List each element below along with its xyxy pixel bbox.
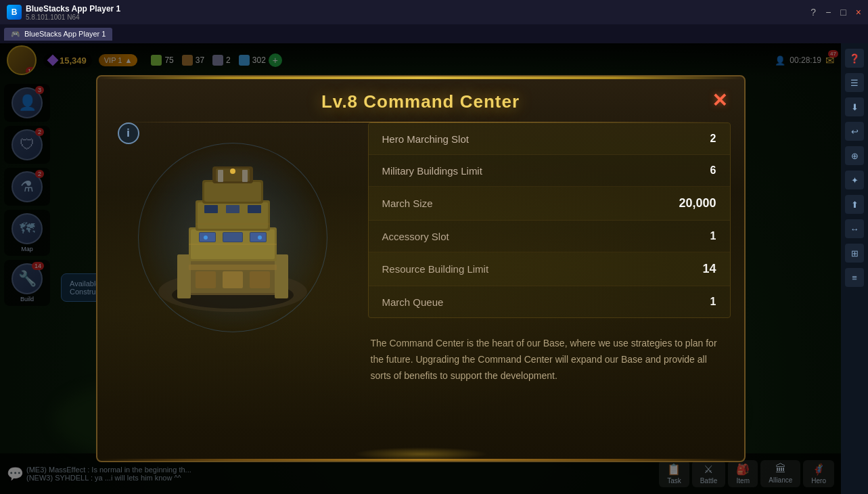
info-button[interactable]: i xyxy=(118,122,139,144)
game-area: 15,349 VIP 1 ▲ 75 37 2 302 + xyxy=(0,43,841,494)
svg-rect-18 xyxy=(223,233,242,242)
svg-rect-29 xyxy=(218,170,223,182)
sidebar-btn-9[interactable]: ⊞ xyxy=(845,244,864,263)
sidebar-btn-5[interactable]: ⊕ xyxy=(845,146,864,165)
svg-rect-30 xyxy=(242,170,248,182)
stat-label-military: Military Buildings Limit xyxy=(382,165,676,177)
stat-row-hero-marching: Hero Marching Slot 2 xyxy=(369,123,730,155)
stat-value-resource: 14 xyxy=(676,262,716,276)
minimize-button[interactable]: − xyxy=(825,7,831,18)
stat-label-resource: Resource Building Limit xyxy=(382,263,676,275)
stat-label-accessory: Accessory Slot xyxy=(382,231,676,242)
svg-rect-5 xyxy=(275,254,288,298)
stats-table: Hero Marching Slot 2 Military Buildings … xyxy=(368,122,731,318)
sidebar-btn-3[interactable]: ⬇ xyxy=(845,97,864,116)
active-tab[interactable]: 🎮 BlueStacks App Player 1 xyxy=(4,28,112,41)
building-svg xyxy=(145,150,321,325)
stat-row-accessory: Accessory Slot 1 xyxy=(369,221,730,252)
sidebar-btn-8[interactable]: ↔ xyxy=(845,219,864,238)
maximize-button[interactable]: □ xyxy=(840,7,846,18)
svg-rect-4 xyxy=(177,254,191,298)
sidebar-btn-10[interactable]: ≡ xyxy=(845,268,864,287)
tab-icon: 🎮 xyxy=(11,30,20,39)
modal-header: Lv.8 Command Center ✕ xyxy=(97,79,744,122)
stat-row-military: Military Buildings Limit 6 xyxy=(369,155,730,187)
help-button[interactable]: ? xyxy=(810,7,816,18)
svg-point-32 xyxy=(258,235,262,240)
svg-rect-27 xyxy=(223,271,243,288)
svg-rect-28 xyxy=(250,271,270,288)
stat-value-military: 6 xyxy=(676,164,716,177)
close-x-icon: ✕ xyxy=(712,91,727,110)
bluestacks-logo: B BlueStacks App Player 1 5.8.101.1001 N… xyxy=(7,4,120,21)
window-controls: ? − □ × xyxy=(810,7,861,18)
right-sidebar: ❓ ☰ ⬇ ↩ ⊕ ✦ ⬆ ↔ ⊞ ≡ xyxy=(841,43,868,494)
sidebar-btn-2[interactable]: ☰ xyxy=(845,73,864,92)
svg-rect-26 xyxy=(196,271,216,288)
stat-value-accessory: 1 xyxy=(676,230,716,242)
svg-rect-22 xyxy=(248,205,261,213)
svg-rect-20 xyxy=(204,205,218,213)
app-title: BlueStacks App Player 1 xyxy=(26,4,120,14)
bluestacks-titlebar: B BlueStacks App Player 1 5.8.101.1001 N… xyxy=(0,0,868,24)
stat-label-march-size: March Size xyxy=(382,198,676,209)
svg-point-33 xyxy=(230,169,235,174)
svg-rect-25 xyxy=(189,265,277,270)
svg-rect-11 xyxy=(204,182,261,202)
stat-value-march-queue: 1 xyxy=(676,296,716,308)
info-icon-letter: i xyxy=(127,127,129,139)
sidebar-btn-6[interactable]: ✦ xyxy=(845,171,864,189)
modal-left-panel: i xyxy=(111,122,355,447)
modal-close-button[interactable]: ✕ xyxy=(706,87,733,114)
stat-row-resource: Resource Building Limit 14 xyxy=(369,252,730,286)
app-version: 5.8.101.1001 N64 xyxy=(26,14,120,21)
stat-label-march-queue: March Queue xyxy=(382,296,676,308)
svg-point-31 xyxy=(204,235,208,240)
bluestacks-icon: B xyxy=(7,5,22,20)
sidebar-btn-1[interactable]: ❓ xyxy=(845,49,864,68)
modal-right-panel: Hero Marching Slot 2 Military Buildings … xyxy=(368,122,731,447)
svg-rect-21 xyxy=(226,205,239,213)
modal-overlay: Lv.8 Command Center ✕ i xyxy=(0,43,841,494)
building-display xyxy=(124,129,341,346)
tab-label: BlueStacks App Player 1 xyxy=(24,30,106,38)
modal-title: Lv.8 Command Center xyxy=(138,91,704,112)
modal-bottom-glow xyxy=(353,447,488,461)
stat-row-march-queue: March Queue 1 xyxy=(369,286,730,317)
close-button[interactable]: × xyxy=(856,7,861,18)
modal-description: The Command Center is the heart of our B… xyxy=(368,329,731,390)
stat-row-march-size: March Size 20,000 xyxy=(369,187,730,221)
sidebar-btn-4[interactable]: ↩ xyxy=(845,122,864,141)
modal-body: i xyxy=(97,122,744,461)
tab-bar: 🎮 BlueStacks App Player 1 xyxy=(0,24,868,43)
stat-value-hero-marching: 2 xyxy=(676,133,716,145)
sidebar-btn-7[interactable]: ⬆ xyxy=(845,195,864,214)
command-center-modal: Lv.8 Command Center ✕ i xyxy=(96,75,746,462)
stat-value-march-size: 20,000 xyxy=(676,196,716,210)
stat-label-hero-marching: Hero Marching Slot xyxy=(382,133,676,145)
